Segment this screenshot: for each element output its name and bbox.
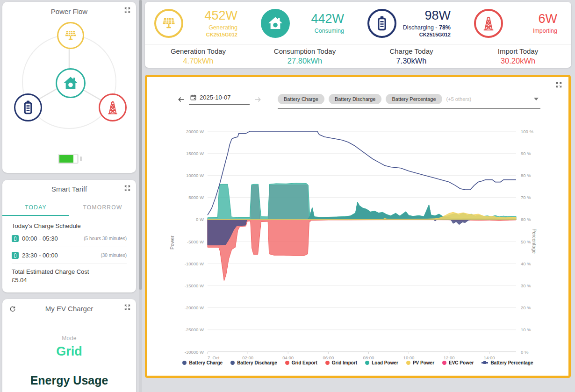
legend-item[interactable]: Battery Charge <box>182 360 223 365</box>
tariff-tabs: TODAY TOMORROW <box>2 200 136 216</box>
svg-text:-5000 W: -5000 W <box>187 239 204 244</box>
tab-tomorrow[interactable]: TOMORROW <box>69 200 136 216</box>
import-stat: 6W Importing <box>465 2 571 44</box>
discharging-status: Discharging - 78% <box>403 24 451 32</box>
legend-marker <box>285 361 289 365</box>
svg-text:06:00: 06:00 <box>323 355 334 360</box>
legend-item[interactable]: Battery Percentage <box>482 360 533 365</box>
stats-card: 452W Generating CK2515G012 442W Consumin… <box>145 2 571 68</box>
date-picker[interactable]: 2025-10-07 <box>189 94 250 105</box>
home-icon <box>62 75 79 92</box>
svg-text:100 %: 100 % <box>521 129 533 134</box>
legend-marker <box>182 361 187 365</box>
energy-usage-heading: Energy Usage <box>2 374 136 387</box>
charge-battery-icon <box>12 252 19 259</box>
energy-chart-card: 2025-10-07 Battery Charge Battery Discha… <box>145 75 571 378</box>
previous-day-button[interactable] <box>177 96 185 103</box>
dashboard-page: Power Flow Smart Tariff TODAY TOMORROW T… <box>0 0 575 392</box>
svg-text:50 %: 50 % <box>521 239 531 244</box>
discharging-value: 98W <box>403 8 451 24</box>
legend-label: Battery Charge <box>189 360 223 365</box>
importing-status: Importing <box>533 28 557 35</box>
chip-battery-charge[interactable]: Battery Charge <box>278 94 324 104</box>
total-cost-value: £5.04 <box>12 277 127 284</box>
generating-device: CK2515G012 <box>204 32 237 38</box>
date-value[interactable]: 2025-10-07 <box>200 94 231 101</box>
legend-item[interactable]: Grid Export <box>285 360 317 365</box>
solar-panel-icon <box>154 9 183 38</box>
svg-text:10:00: 10:00 <box>403 355 415 360</box>
svg-text:-15000 W: -15000 W <box>185 283 204 288</box>
mode-label: Mode <box>2 335 136 342</box>
svg-text:80 %: 80 % <box>521 173 531 178</box>
pylon-icon <box>474 9 503 38</box>
charge-battery-icon <box>12 235 19 242</box>
svg-text:-30000 W: -30000 W <box>185 349 204 355</box>
expand-icon[interactable] <box>124 304 131 311</box>
slot-time: 23:30 - 00:00 <box>22 252 58 259</box>
expand-icon[interactable] <box>555 81 562 88</box>
consuming-status: Consuming <box>311 28 344 35</box>
legend-label: EVC Power <box>449 360 474 365</box>
chart-legend: Battery ChargeBattery DischargeGrid Expo… <box>147 360 568 365</box>
power-chart[interactable]: 20000 W15000 W10000 W5000 W0 W-5000 W-10… <box>166 120 559 365</box>
svg-text:08:00: 08:00 <box>363 355 374 360</box>
chip-battery-percentage[interactable]: Battery Percentage <box>386 94 442 104</box>
legend-item[interactable]: Load Power <box>365 360 398 365</box>
charge-today: Charge Today 7.30kWh <box>358 47 465 65</box>
tab-today[interactable]: TODAY <box>2 200 69 216</box>
power-axis-title: Power <box>169 226 175 259</box>
legend-label: Battery Percentage <box>490 360 533 365</box>
refresh-icon[interactable] <box>9 306 16 313</box>
schedule-title: Today's Charge Schedule <box>12 222 127 229</box>
consumption-stat: 442W Consuming <box>252 2 358 44</box>
next-day-button[interactable] <box>254 96 262 103</box>
legend-item[interactable]: EVC Power <box>442 360 474 365</box>
percentage-axis-title: Percentage <box>532 225 537 257</box>
scrollbar-thumb[interactable] <box>139 0 142 290</box>
svg-text:0 W: 0 W <box>196 217 204 222</box>
legend-marker <box>325 361 330 365</box>
ev-charger-card: My EV Charger Mode Grid Energy Usage <box>2 299 136 392</box>
total-cost-label: Total Estimated Charge Cost <box>12 268 127 275</box>
svg-text:-20000 W: -20000 W <box>185 305 204 310</box>
smart-tariff-title: Smart Tariff <box>2 185 136 193</box>
svg-text:20 %: 20 % <box>521 305 531 310</box>
chevron-down-icon[interactable] <box>534 98 539 100</box>
legend-item[interactable]: Grid Import <box>325 360 357 365</box>
importing-value: 6W <box>533 11 557 27</box>
battery-level-indicator <box>58 154 79 164</box>
legend-label: Load Power <box>372 360 398 365</box>
home-icon <box>261 9 290 38</box>
mode-value: Grid <box>2 344 136 359</box>
svg-text:30 %: 30 % <box>521 283 531 288</box>
ev-charger-title: My EV Charger <box>2 305 136 313</box>
consuming-value: 442W <box>311 11 344 27</box>
calendar-icon <box>190 94 197 101</box>
chart-header: 2025-10-07 Battery Charge Battery Discha… <box>177 94 540 109</box>
generating-value: 452W <box>204 8 237 24</box>
vertical-scrollbar[interactable] <box>139 0 142 392</box>
battery-device: CK2515G012 <box>403 32 451 38</box>
legend-marker <box>482 362 488 363</box>
battery-icon <box>20 100 36 115</box>
svg-text:0 %: 0 % <box>521 349 529 355</box>
smart-tariff-card: Smart Tariff TODAY TOMORROW Today's Char… <box>2 180 136 292</box>
battery-stat: 98W Discharging - 78% CK2515G012 <box>358 2 465 44</box>
charge-slot-row: 00:00 - 05:30 (5 hours 30 minutes) <box>12 230 127 247</box>
chip-battery-discharge[interactable]: Battery Discharge <box>329 94 381 104</box>
svg-text:40 %: 40 % <box>521 261 531 266</box>
legend-label: Battery Discharge <box>237 360 277 365</box>
expand-icon[interactable] <box>124 185 131 192</box>
consumption-today: Consumption Today 27.80kWh <box>252 47 358 65</box>
svg-text:-10000 W: -10000 W <box>185 261 204 266</box>
legend-marker <box>406 361 410 365</box>
slot-time: 00:00 - 05:30 <box>22 235 58 242</box>
series-select[interactable]: Battery Charge Battery Discharge Battery… <box>278 94 540 109</box>
solar-panel-icon <box>64 29 78 43</box>
legend-item[interactable]: Battery Discharge <box>230 360 277 365</box>
legend-item[interactable]: PV Power <box>406 360 434 365</box>
legend-label: PV Power <box>413 360 434 365</box>
slot-duration: (5 hours 30 minutes) <box>84 236 127 241</box>
generation-today: Generation Today 4.70kWh <box>145 47 252 65</box>
